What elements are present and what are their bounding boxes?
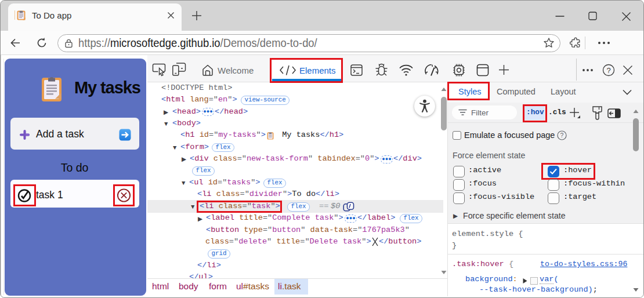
svg-text:?: ? [560, 132, 564, 139]
svg-text:?: ? [606, 66, 610, 75]
